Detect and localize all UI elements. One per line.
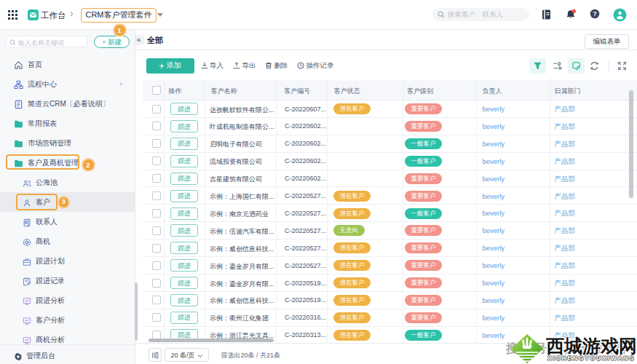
svg-text:?: ? xyxy=(593,10,596,17)
